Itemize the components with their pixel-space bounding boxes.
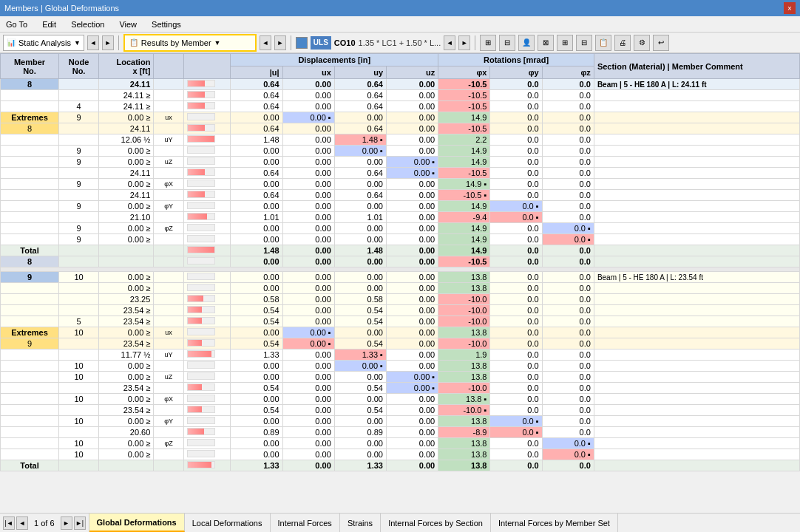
results-table: MemberNo. NodeNo. Locationx [ft] Displac… — [0, 53, 800, 471]
table-row: 9 0.00 ≥ φZ 0.00 0.00 0.00 0.00 14.9 0.0… — [1, 223, 800, 234]
table-row: 10 0.00 ≥ 0.00 0.00 0.00 ▪ 0.00 13.8 0.0… — [1, 361, 800, 372]
table-row: 20.60 0.89 0.00 0.89 0.00 -8.9 0.0 ▪ 0.0 — [1, 427, 800, 438]
table-row: 23.54 ≥ 0.54 0.00 0.54 0.00 ▪ -10.0 0.0 … — [1, 383, 800, 394]
table-row: 10 0.00 ≥ φZ 0.00 0.00 0.00 0.00 13.8 0.… — [1, 438, 800, 449]
tab-local-deformations[interactable]: Local Deformations — [185, 514, 271, 532]
tab-internal-forces-section[interactable]: Internal Forces by Section — [381, 514, 491, 532]
col-header-phix: φx — [438, 66, 490, 79]
results-type-label: Results by Member — [141, 38, 211, 47]
menu-settings[interactable]: Settings — [149, 19, 184, 30]
menu-edit[interactable]: Edit — [39, 19, 59, 30]
menu-goto[interactable]: Go To — [3, 19, 30, 30]
page-navigation: |◄ ◄ 1 of 6 ► ►| — [0, 514, 89, 532]
table-row: 9 0.00 ≥ uZ 0.00 0.00 0.00 0.00 ▪ 14.9 0… — [1, 157, 800, 168]
tool-btn-1[interactable]: ⊞ — [480, 35, 496, 51]
results-type-dropdown[interactable]: 📋 Results by Member ▼ — [123, 34, 257, 52]
toolbar: 📊 Static Analysis ▼ ◄ ► 📋 Results by Mem… — [0, 33, 800, 53]
tab-strains[interactable]: Strains — [340, 514, 381, 532]
combo-prev-btn[interactable]: ◄ — [444, 35, 455, 50]
table-row: 10 0.00 ≥ 0.00 0.00 0.00 0.00 13.8 0.0 0… — [1, 449, 800, 460]
col-header-uy: uy — [334, 66, 386, 79]
col-header-bar — [183, 54, 230, 79]
menu-view[interactable]: View — [116, 19, 140, 30]
col-header-node: NodeNo. — [59, 54, 99, 79]
sep1 — [118, 35, 119, 50]
results-prev-btn[interactable]: ◄ — [260, 35, 271, 50]
table-row: Total 1.48 0.00 1.48 0.00 14.9 0.0 0.0 — [1, 245, 800, 256]
table-row: 8 24.11 0.64 0.00 0.64 0.00 -10.5 0.0 0.… — [1, 123, 800, 134]
table-row: 9 0.00 ≥ φY 0.00 0.00 0.00 0.00 14.9 0.0… — [1, 201, 800, 212]
color-indicator — [296, 37, 308, 49]
tab-internal-forces-member-set[interactable]: Internal Forces by Member Set — [491, 514, 618, 532]
analysis-prev-btn[interactable]: ◄ — [87, 35, 99, 50]
col-header-member: MemberNo. — [1, 54, 59, 79]
analysis-next-btn[interactable]: ► — [102, 35, 114, 50]
table-row: 5 23.54 ≥ 0.54 0.00 0.54 0.00 -10.0 0.0 … — [1, 316, 800, 327]
tool-btn-5[interactable]: ⊞ — [557, 35, 573, 51]
status-bar: |◄ ◄ 1 of 6 ► ►| Global Deformations Loc… — [0, 513, 800, 532]
col-header-label — [154, 54, 184, 79]
table-row: 23.54 ≥ 0.54 0.00 0.54 0.00 -10.0 0.0 0.… — [1, 305, 800, 316]
results-next-btn[interactable]: ► — [274, 35, 286, 50]
analysis-type-dropdown[interactable]: 📊 Static Analysis ▼ — [3, 35, 84, 51]
table-row: Extremes 10 0.00 ≥ ux 0.00 0.00 ▪ 0.00 0… — [1, 327, 800, 338]
tool-btn-6[interactable]: ⊟ — [576, 35, 592, 51]
table-row: 9 10 0.00 ≥ 0.00 0.00 0.00 0.00 13.8 0.0… — [1, 272, 800, 283]
tool-btn-7[interactable]: 📋 — [595, 35, 611, 51]
tool-btn-4[interactable]: ⊠ — [538, 35, 554, 51]
menu-selection[interactable]: Selection — [68, 19, 107, 30]
title-bar-title: Members | Global Deformations — [4, 4, 119, 13]
sep3 — [475, 35, 475, 50]
table-row: 9 23.54 ≥ 0.54 0.00 ▪ 0.54 0.00 -10.0 0.… — [1, 338, 800, 349]
table-row: 9 0.00 ≥ 0.00 0.00 0.00 0.00 14.9 0.0 0.… — [1, 234, 800, 245]
uls-badge: ULS — [311, 36, 331, 50]
combo-formula: 1.35 * LC1 + 1.50 * L... — [359, 38, 441, 47]
tool-btn-2[interactable]: ⊟ — [499, 35, 515, 51]
col-header-ux: ux — [282, 66, 334, 79]
table-row: 8 24.11 0.64 0.00 0.64 0.00 -10.5 0.0 0.… — [1, 79, 800, 90]
table-row: Total 1.33 0.00 1.33 0.00 13.8 0.0 0.0 — [1, 460, 800, 471]
tab-internal-forces[interactable]: Internal Forces — [271, 514, 340, 532]
close-button[interactable]: × — [784, 2, 796, 14]
table-container: MemberNo. NodeNo. Locationx [ft] Displac… — [0, 53, 800, 513]
table-row: 11.77 ½ uY 1.33 0.00 1.33 ▪ 0.00 1.9 0.0… — [1, 349, 800, 361]
col-header-phiz: φz — [542, 66, 594, 79]
table-row: 23.54 ≥ 0.54 0.00 0.54 0.00 -10.0 ▪ 0.0 … — [1, 405, 800, 416]
title-bar: Members | Global Deformations × — [0, 0, 800, 16]
last-page-btn[interactable]: ►| — [74, 516, 86, 530]
col-header-displacements: Displacements [in] — [231, 54, 438, 66]
table-row: 0.00 ≥ 0.00 0.00 0.00 0.00 13.8 0.0 0.0 — [1, 283, 800, 294]
table-row: 21.10 1.01 0.00 1.01 0.00 -9.4 0.0 ▪ 0.0 — [1, 212, 800, 223]
first-page-btn[interactable]: |◄ — [3, 516, 15, 530]
table-row: 10 0.00 ≥ φY 0.00 0.00 0.00 0.00 13.8 0.… — [1, 416, 800, 427]
col-header-rotations: Rotations [mrad] — [438, 54, 594, 66]
table-row: Extremes 9 0.00 ≥ ux 0.00 0.00 ▪ 0.00 0.… — [1, 112, 800, 123]
col-header-location: Locationx [ft] — [99, 54, 154, 79]
table-row: 10 0.00 ≥ uZ 0.00 0.00 0.00 0.00 ▪ 13.8 … — [1, 372, 800, 383]
analysis-type-label: Static Analysis — [18, 38, 71, 47]
table-row: 4 24.11 ≥ 0.64 0.00 0.64 0.00 -10.5 0.0 … — [1, 101, 800, 112]
table-row: 8 0.00 0.00 0.00 0.00 -10.5 0.0 0.0 — [1, 256, 800, 267]
table-row: 24.11 0.64 0.00 0.64 0.00 ▪ -10.5 0.0 0.… — [1, 168, 800, 179]
col-header-comment: Section (Material) | Member Comment — [594, 54, 799, 79]
tool-btn-3[interactable]: 👤 — [518, 35, 535, 51]
tab-global-deformations[interactable]: Global Deformations — [89, 514, 185, 532]
next-page-btn[interactable]: ► — [61, 516, 72, 530]
table-row: 24.11 ≥ 0.64 0.00 0.64 0.00 -10.5 0.0 0.… — [1, 90, 800, 101]
tab-bar: Global Deformations Local Deformations I… — [89, 514, 800, 532]
col-header-uz: uz — [387, 66, 438, 79]
table-row: 23.25 0.58 0.00 0.58 0.00 -10.0 0.0 0.0 — [1, 294, 800, 305]
col-header-phiy: φy — [490, 66, 542, 79]
combo-code: CO10 — [334, 38, 356, 47]
menu-bar: Go To Edit Selection View Settings — [0, 16, 800, 33]
col-header-abs: |u| — [231, 66, 282, 79]
table-row: 10 0.00 ≥ φX 0.00 0.00 0.00 0.00 13.8 ▪ … — [1, 394, 800, 405]
table-row: 12.06 ½ uY 1.48 0.00 1.48 ▪ 0.00 2.2 0.0… — [1, 134, 800, 146]
tool-btn-8[interactable]: 🖨 — [614, 35, 631, 51]
prev-page-btn[interactable]: ◄ — [16, 516, 28, 530]
tool-btn-10[interactable]: ↩ — [653, 35, 669, 51]
table-row: 9 0.00 ≥ 0.00 0.00 0.00 ▪ 0.00 14.9 0.0 … — [1, 146, 800, 157]
tool-btn-9[interactable]: ⚙ — [634, 35, 650, 51]
combo-next-btn[interactable]: ► — [458, 35, 470, 50]
sep2 — [291, 35, 291, 50]
